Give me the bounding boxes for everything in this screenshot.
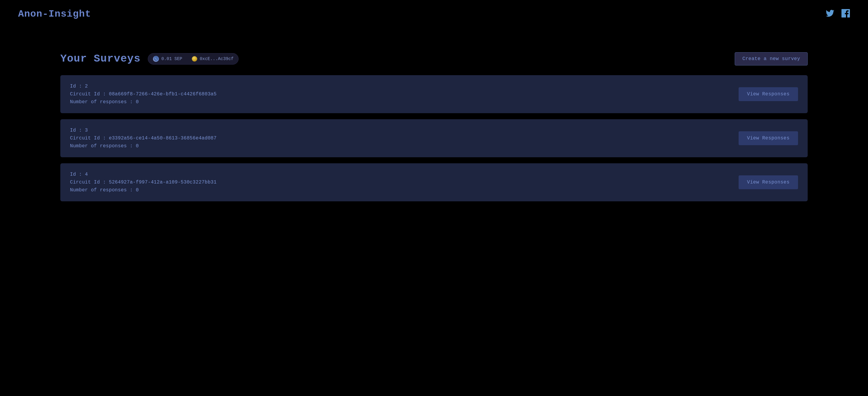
survey-card: Id : 3 Circuit Id : e3392a56-ce14-4a50-8… — [60, 119, 808, 157]
survey-id-field: Id : 2 — [70, 84, 217, 89]
responses-label: Number of responses : — [70, 188, 136, 193]
responses-count-value: 0 — [136, 99, 139, 105]
address-value: 0xcE...Ac39cf — [200, 56, 234, 61]
id-value: 3 — [85, 128, 88, 133]
view-responses-button[interactable]: View Responses — [739, 87, 798, 101]
survey-responses-field: Number of responses : 0 — [70, 188, 217, 193]
id-label: Id : — [70, 128, 85, 133]
survey-responses-field: Number of responses : 0 — [70, 99, 217, 105]
surveys-header: Your Surveys 0.01 SEP 0xcE. — [60, 52, 808, 65]
wallet-address: 0xcE...Ac39cf — [187, 54, 238, 64]
circuit-id-value: e3392a56-ce14-4a50-8613-36856e4ad087 — [109, 136, 217, 141]
view-responses-button[interactable]: View Responses — [739, 131, 798, 145]
create-survey-button[interactable]: Create a new survey — [735, 52, 808, 65]
circuit-label: Circuit Id : — [70, 179, 109, 185]
survey-id-field: Id : 4 — [70, 172, 217, 177]
main-content: Your Surveys 0.01 SEP 0xcE. — [0, 28, 868, 225]
survey-circuit-field: Circuit Id : 5264927a-f997-412a-a109-530… — [70, 179, 217, 185]
survey-card: Id : 2 Circuit Id : 08a669f8-7266-426e-b… — [60, 75, 808, 113]
twitter-icon — [826, 9, 834, 18]
app-title: Anon-Insight — [18, 8, 91, 20]
id-value: 2 — [85, 84, 88, 89]
survey-info: Id : 4 Circuit Id : 5264927a-f997-412a-a… — [70, 172, 217, 193]
balance-value: 0.01 SEP — [161, 56, 182, 61]
survey-circuit-field: Circuit Id : e3392a56-ce14-4a50-8613-368… — [70, 136, 217, 141]
survey-responses-field: Number of responses : 0 — [70, 143, 217, 149]
survey-card: Id : 4 Circuit Id : 5264927a-f997-412a-a… — [60, 163, 808, 201]
responses-count-value: 0 — [136, 188, 139, 193]
facebook-link[interactable] — [841, 9, 850, 19]
id-label: Id : — [70, 172, 85, 177]
circuit-id-value: 08a669f8-7266-426e-bfb1-c4426f6803a5 — [109, 91, 217, 97]
surveys-list: Id : 2 Circuit Id : 08a669f8-7266-426e-b… — [60, 75, 808, 201]
survey-circuit-field: Circuit Id : 08a669f8-7266-426e-bfb1-c44… — [70, 91, 217, 97]
sep-logo-icon — [154, 57, 158, 61]
facebook-icon — [841, 9, 850, 18]
survey-info: Id : 3 Circuit Id : e3392a56-ce14-4a50-8… — [70, 128, 217, 149]
id-value: 4 — [85, 172, 88, 177]
surveys-title: Your Surveys — [60, 53, 141, 65]
id-label: Id : — [70, 84, 85, 89]
responses-label: Number of responses : — [70, 99, 136, 105]
circuit-label: Circuit Id : — [70, 136, 109, 141]
view-responses-button[interactable]: View Responses — [739, 175, 798, 189]
circuit-label: Circuit Id : — [70, 91, 109, 97]
circuit-id-value: 5264927a-f997-412a-a109-530c3227bb31 — [109, 179, 217, 185]
twitter-link[interactable] — [826, 9, 834, 19]
wallet-info: 0.01 SEP 0xcE...Ac39cf — [148, 53, 239, 64]
survey-id-field: Id : 3 — [70, 128, 217, 133]
wallet-dot-icon — [192, 56, 197, 62]
svg-point-2 — [156, 59, 157, 60]
sep-balance: 0.01 SEP — [148, 53, 187, 64]
surveys-header-left: Your Surveys 0.01 SEP 0xcE. — [60, 53, 239, 65]
social-icons — [826, 9, 850, 19]
app-header: Anon-Insight — [0, 0, 868, 28]
responses-count-value: 0 — [136, 143, 139, 149]
svg-point-1 — [155, 58, 156, 59]
survey-info: Id : 2 Circuit Id : 08a669f8-7266-426e-b… — [70, 84, 217, 105]
sep-icon — [153, 56, 159, 62]
responses-label: Number of responses : — [70, 143, 136, 149]
